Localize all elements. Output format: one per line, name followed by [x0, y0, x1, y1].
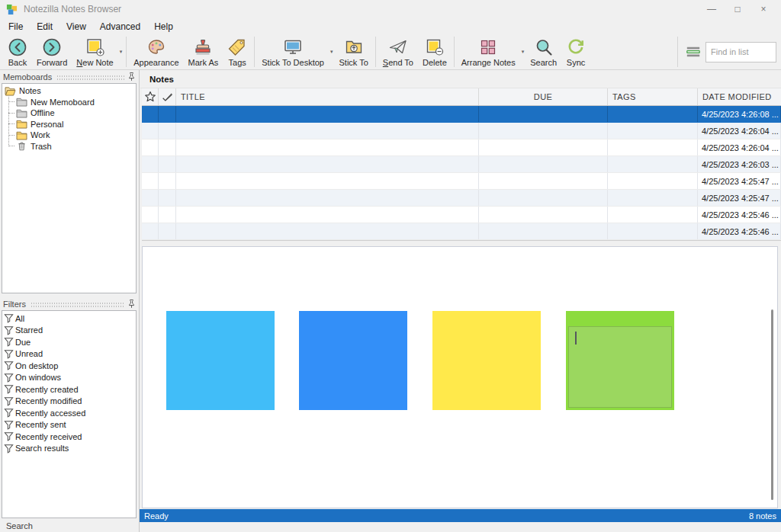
sticky-note-1[interactable]: [166, 311, 275, 410]
stick-to-desktop-dropdown[interactable]: ▾: [329, 49, 335, 55]
column-header-date-modified[interactable]: DATE MODIFIED: [698, 88, 781, 105]
memoboard-trash[interactable]: Trash: [2, 141, 136, 152]
filter-label: Recently modified: [15, 396, 82, 405]
search-icon: [534, 37, 554, 57]
filter-all[interactable]: All: [2, 312, 136, 325]
cell-date-modified: 4/25/2023 4:26:04 ...: [698, 123, 781, 139]
sticky-note-3[interactable]: [432, 311, 541, 410]
table-row[interactable]: 4/25/2023 4:26:03 ...: [142, 156, 781, 173]
back-button[interactable]: Back: [3, 35, 32, 69]
memoboard-notes[interactable]: Notes: [2, 85, 136, 97]
pin-icon[interactable]: [127, 72, 136, 82]
minimize-button[interactable]: —: [699, 0, 725, 18]
table-row[interactable]: 4/25/2023 4:25:46 ...: [142, 223, 781, 240]
delete-icon: [425, 37, 445, 57]
memoboard-personal[interactable]: Personal: [2, 119, 136, 130]
filter-starred[interactable]: Starred: [2, 325, 136, 337]
cell-title: [176, 156, 479, 172]
close-button[interactable]: ×: [750, 0, 776, 18]
cell-tags: [608, 106, 698, 122]
trash-icon: [16, 141, 27, 151]
stick-to-button[interactable]: Stick To: [334, 35, 372, 69]
find-in-list-input[interactable]: [705, 42, 776, 62]
filter-recently-accessed[interactable]: Recently accessed: [2, 407, 136, 419]
tree-item-label: Offline: [31, 108, 55, 117]
table-row[interactable]: 4/25/2023 4:25:46 ...: [142, 207, 781, 223]
tab-notes[interactable]: Notes: [149, 75, 174, 84]
cell-date-modified: 4/25/2023 4:25:47 ...: [698, 190, 781, 206]
column-header-title[interactable]: TITLE: [176, 88, 479, 105]
filter-label: Recently received: [15, 432, 82, 441]
filter-unread[interactable]: Unread: [2, 348, 136, 361]
delete-button[interactable]: Delete: [418, 35, 452, 69]
table-row[interactable]: 4/25/2023 4:25:47 ...: [142, 190, 781, 207]
sticky-note-4[interactable]: [566, 311, 674, 410]
table-row[interactable]: 4/25/2023 4:26:08 ...: [142, 106, 781, 123]
filter-search-results[interactable]: Search results: [2, 443, 136, 455]
memoboards-tree: NotesNew MemoboardOfflinePersonalWorkTra…: [2, 85, 136, 152]
preview-scrollbar[interactable]: [771, 309, 773, 500]
column-header-starred[interactable]: [142, 88, 159, 105]
memoboard-work[interactable]: Work: [2, 130, 136, 141]
arrange-notes-dropdown[interactable]: ▾: [520, 49, 526, 55]
filter-on-windows[interactable]: On windows: [2, 372, 136, 384]
table-header: TITLE DUE TAGS DATE MODIFIED: [142, 88, 781, 106]
filter-icon: [4, 373, 14, 383]
column-header-checked[interactable]: [159, 88, 176, 105]
column-header-tags[interactable]: TAGS: [608, 88, 698, 105]
sticky-note-body[interactable]: [568, 326, 672, 408]
maximize-button[interactable]: □: [725, 0, 750, 18]
filter-label: On desktop: [15, 361, 58, 370]
new-note-dropdown[interactable]: ▾: [118, 49, 124, 55]
filter-recently-sent[interactable]: Recently sent: [2, 419, 136, 431]
menu-edit[interactable]: Edit: [30, 20, 59, 34]
tree-item-label: Personal: [31, 120, 63, 129]
filter-recently-modified[interactable]: Recently modified: [2, 396, 136, 408]
column-header-due[interactable]: DUE: [479, 88, 608, 105]
cell-starred: [142, 173, 159, 189]
forward-button[interactable]: Forward: [32, 35, 72, 69]
cell-tags: [608, 223, 698, 239]
table-row[interactable]: 4/25/2023 4:26:04 ...: [142, 123, 781, 139]
filter-on-desktop[interactable]: On desktop: [2, 360, 136, 372]
stick-to-desktop-button[interactable]: Stick To Desktop: [257, 35, 329, 69]
menu-advanced[interactable]: Advanced: [93, 20, 147, 34]
cell-checked: [159, 156, 176, 172]
pin-icon[interactable]: [127, 299, 136, 309]
cell-checked: [159, 173, 176, 189]
filter-recently-created[interactable]: Recently created: [2, 383, 136, 396]
cell-starred: [142, 207, 159, 223]
app-window: Notezilla Notes Browser — □ × FileEditVi…: [0, 0, 781, 532]
filter-recently-received[interactable]: Recently received: [2, 431, 136, 443]
mark-as-button[interactable]: Mark As: [184, 35, 223, 69]
table-row[interactable]: 4/25/2023 4:25:47 ...: [142, 173, 781, 190]
sync-button[interactable]: Sync: [561, 35, 590, 69]
filter-due[interactable]: Due: [2, 336, 136, 348]
table-row[interactable]: 4/25/2023 4:26:04 ...: [142, 139, 781, 156]
cell-starred: [142, 139, 159, 155]
search-button[interactable]: Search: [525, 35, 561, 69]
table-rows: 4/25/2023 4:26:08 ...4/25/2023 4:26:04 .…: [142, 106, 781, 240]
filter-icon: [4, 337, 14, 347]
cell-title: [176, 106, 479, 122]
appearance-button[interactable]: Appearance: [129, 35, 183, 69]
mark-as-label: Mark As: [188, 58, 219, 67]
new-note-button[interactable]: New Note: [72, 35, 117, 69]
text-cursor: [575, 332, 577, 345]
arrange-notes-button[interactable]: Arrange Notes: [457, 35, 520, 69]
folder-yellow-icon: [16, 130, 27, 140]
cell-starred: [142, 156, 159, 172]
search-panel-label[interactable]: Search: [6, 521, 33, 530]
menu-file[interactable]: File: [2, 20, 30, 34]
cell-date-modified: 4/25/2023 4:26:08 ...: [698, 106, 781, 122]
tags-label: Tags: [229, 58, 246, 67]
filter-icon: [4, 396, 14, 406]
memoboard-new-memoboard[interactable]: New Memoboard: [2, 97, 136, 108]
new-note-label: New Note: [76, 58, 113, 67]
menu-view[interactable]: View: [59, 20, 93, 34]
tags-button[interactable]: Tags: [223, 35, 252, 69]
send-to-button[interactable]: Send To: [378, 35, 418, 69]
memoboard-offline[interactable]: Offline: [2, 107, 136, 119]
sticky-note-2[interactable]: [299, 311, 407, 410]
menu-help[interactable]: Help: [147, 20, 180, 34]
